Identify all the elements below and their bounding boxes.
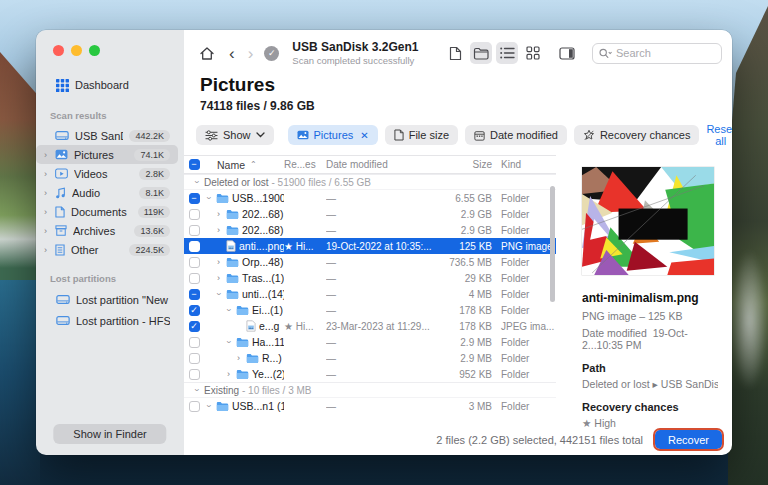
- preview-path-value: Deleted or lost ▸ USB SanDisk 3.2...: [582, 378, 718, 390]
- table-row[interactable]: › Orp...48) — 736.5 MB Folder: [184, 254, 556, 270]
- row-checkbox[interactable]: ✓: [189, 305, 200, 316]
- row-checkbox[interactable]: [189, 337, 200, 348]
- table-section-row[interactable]: › Existing - 10 files / 3 MB: [184, 382, 556, 398]
- sidebar-item-label: Other: [71, 244, 123, 256]
- collapse-icon[interactable]: ›: [192, 178, 202, 187]
- size-cell: 4 MB: [434, 289, 492, 300]
- table-row[interactable]: › Ha...11) — 2.9 MB Folder: [184, 334, 556, 350]
- documents-icon: [55, 206, 65, 218]
- collapse-icon[interactable]: ›: [214, 290, 224, 299]
- table-row[interactable]: › Ye...(2) — 952 KB Folder: [184, 366, 556, 382]
- expand-icon[interactable]: ›: [214, 257, 223, 267]
- show-in-finder-button[interactable]: Show in Finder: [53, 424, 166, 444]
- wallpaper-water-left: [0, 280, 40, 485]
- item-count-badge: 442.2K: [129, 130, 170, 142]
- sidebar-item-other[interactable]: › Other 224.5K: [36, 240, 178, 259]
- reset-all-button[interactable]: Reset all: [706, 123, 732, 147]
- row-checkbox[interactable]: [189, 401, 200, 412]
- row-checkbox[interactable]: −: [189, 193, 200, 204]
- table-row[interactable]: › 202...68) — 2.9 GB Folder: [184, 206, 556, 222]
- collapse-icon[interactable]: ›: [204, 402, 214, 411]
- remove-filter-icon[interactable]: ✕: [360, 130, 368, 141]
- table-row[interactable]: − › unti...(14) — 4 MB Folder: [184, 286, 556, 302]
- size-cell: 3 MB: [434, 401, 492, 412]
- table-scrollbar[interactable]: [550, 186, 555, 302]
- item-count-badge: 13.6K: [134, 225, 170, 237]
- sidebar-item-audio[interactable]: › Audio 8.1K: [36, 183, 178, 202]
- recovery-star-icon: ★: [284, 321, 293, 332]
- toolbar-right-group: [444, 42, 722, 64]
- search-input[interactable]: [616, 47, 715, 59]
- column-header-kind[interactable]: Kind: [492, 159, 556, 170]
- collapse-icon[interactable]: ›: [192, 386, 202, 395]
- collapse-icon[interactable]: ›: [204, 194, 214, 203]
- table-row[interactable]: ✓ e...g ★ Hi... 23-Mar-2023 at 11:29... …: [184, 318, 556, 334]
- zoom-window-button[interactable]: [89, 45, 100, 56]
- back-button[interactable]: ‹: [227, 45, 237, 62]
- sidebar-item-dashboard[interactable]: Dashboard: [42, 74, 178, 96]
- expand-icon[interactable]: ›: [214, 273, 223, 283]
- table-section-row[interactable]: › Deleted or lost - 51900 files / 6.55 G…: [184, 174, 556, 190]
- item-count-badge: 224.5K: [129, 244, 170, 256]
- row-checkbox[interactable]: [189, 353, 200, 364]
- table-row[interactable]: › R...) — 2.9 MB Folder: [184, 350, 556, 366]
- item-count-badge: 2.8K: [139, 168, 170, 180]
- row-checkbox[interactable]: [189, 225, 200, 236]
- chevron-right-icon: ›: [42, 169, 49, 179]
- expand-icon[interactable]: ›: [224, 369, 233, 379]
- sidebar-item-archives[interactable]: › Archives 13.6K: [36, 221, 178, 240]
- row-checkbox[interactable]: [189, 209, 200, 220]
- table-row[interactable]: − › USB...1900) — 6.55 GB Folder: [184, 190, 556, 206]
- filter-chip-file-size[interactable]: File size: [385, 125, 458, 145]
- row-checkbox[interactable]: ✓: [189, 321, 200, 332]
- grid-view-button[interactable]: [522, 42, 544, 64]
- list-view-button[interactable]: [496, 42, 518, 64]
- table-row[interactable]: › Tras...(1) — 29 KB Folder: [184, 270, 556, 286]
- table-row[interactable]: › USB...n1 (10) — 3 MB Folder: [184, 398, 556, 414]
- minimize-window-button[interactable]: [71, 45, 82, 56]
- folder-icon: [226, 209, 239, 220]
- row-checkbox[interactable]: [189, 257, 200, 268]
- folder-view-button[interactable]: [470, 42, 492, 64]
- select-all-checkbox[interactable]: −: [189, 159, 200, 170]
- sidebar-item-videos[interactable]: › Videos 2.8K: [36, 164, 178, 183]
- search-field[interactable]: [592, 43, 722, 64]
- window-controls: [36, 30, 184, 56]
- sidebar-item-usb-sandisk[interactable]: USB SanDisk... 442.2K: [36, 126, 178, 145]
- column-header-name[interactable]: Name⌃: [204, 159, 284, 171]
- recover-button[interactable]: Recover: [655, 430, 722, 449]
- sidebar-item-pictures[interactable]: › Pictures 74.1K: [36, 145, 178, 164]
- device-subtitle: Scan completed successfully: [292, 55, 418, 66]
- folder-icon: [226, 273, 239, 284]
- expand-icon[interactable]: ›: [234, 353, 243, 363]
- filter-chip-date-modified[interactable]: Date modified: [465, 125, 567, 145]
- collapse-icon[interactable]: ›: [224, 338, 234, 347]
- table-row[interactable]: › 202...68) — 2.9 GB Folder: [184, 222, 556, 238]
- file-view-button[interactable]: [444, 42, 466, 64]
- column-header-recovery[interactable]: Re...es: [284, 159, 326, 170]
- row-checkbox[interactable]: [189, 273, 200, 284]
- table-row[interactable]: ✓ › Ei...(1) — 178 KB Folder: [184, 302, 556, 318]
- date-modified-cell: —: [326, 257, 434, 268]
- filter-chip-recovery-chances[interactable]: Recovery chances: [574, 125, 700, 145]
- expand-icon[interactable]: ›: [214, 225, 223, 235]
- expand-icon[interactable]: ›: [214, 209, 223, 219]
- show-filter-button[interactable]: Show: [196, 125, 274, 145]
- toggle-preview-panel-button[interactable]: [556, 42, 578, 64]
- lost-partition-label: Lost partition "New V...: [76, 294, 170, 306]
- column-header-size[interactable]: Size: [434, 159, 492, 170]
- row-checkbox[interactable]: −: [189, 289, 200, 300]
- sidebar-item-lost-partition-2[interactable]: Lost partition - HFS+: [42, 310, 178, 331]
- filter-chip-pictures[interactable]: Pictures ✕: [288, 125, 378, 145]
- collapse-icon[interactable]: ›: [224, 306, 234, 315]
- sidebar-item-lost-partition-1[interactable]: Lost partition "New V...: [42, 289, 178, 310]
- row-checkbox[interactable]: [189, 369, 200, 380]
- sidebar-item-documents[interactable]: › Documents 119K: [36, 202, 178, 221]
- table-row[interactable]: anti....png ★ Hi... 19-Oct-2022 at 10:35…: [184, 238, 556, 254]
- home-button[interactable]: [196, 42, 218, 64]
- close-window-button[interactable]: [53, 45, 64, 56]
- row-checkbox[interactable]: [189, 241, 200, 252]
- column-header-date[interactable]: Date modified: [326, 159, 434, 170]
- forward-button[interactable]: ›: [246, 45, 256, 62]
- kind-cell: Folder: [492, 209, 556, 220]
